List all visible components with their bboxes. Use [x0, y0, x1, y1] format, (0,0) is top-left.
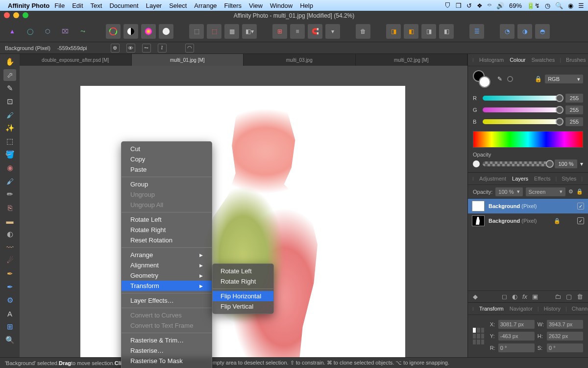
tab-channels[interactable]: Channels	[571, 305, 588, 313]
menu-view[interactable]: View	[249, 2, 263, 9]
snapping-icon[interactable]: 🧲	[308, 24, 322, 39]
wifi-icon[interactable]: ⌔	[488, 2, 491, 9]
erase-brush-tool-icon[interactable]: ✏	[3, 188, 16, 200]
persona-photo-icon[interactable]: ▲	[5, 24, 20, 39]
ctx-lasso-icon[interactable]: ◠	[185, 44, 194, 53]
ctx-copy[interactable]: Copy	[122, 154, 212, 164]
shape-tool-icon[interactable]: ⚙	[3, 294, 16, 306]
ctx-rotate-left[interactable]: Rotate Left	[122, 214, 212, 225]
close-button[interactable]	[4, 12, 10, 18]
tab-swatches[interactable]: Swatches	[531, 56, 556, 64]
pen-tool-icon[interactable]: ✒	[3, 281, 16, 293]
ctx-alignx-icon[interactable]: ⥊	[142, 44, 151, 53]
battery-icon[interactable]: 🔋↯	[527, 2, 540, 9]
colour-dot-icon[interactable]	[507, 76, 513, 82]
tab-navigator[interactable]: Navigator	[509, 305, 534, 313]
text-tool-icon[interactable]: A	[3, 308, 16, 319]
blur-tool-icon[interactable]: 〰	[3, 241, 16, 253]
sponge-tool-icon[interactable]: ▬	[3, 215, 16, 227]
clock-icon[interactable]: ◷	[545, 2, 550, 9]
doc-tab-3[interactable]: multi_03.jpg	[244, 54, 356, 66]
ctx-geometry[interactable]: Geometry	[122, 270, 212, 281]
ctx-ungroup-all[interactable]: Ungroup All	[122, 200, 212, 210]
selection-quick-icon[interactable]: ▦	[224, 24, 239, 39]
hand-tool-icon[interactable]: ✋	[3, 56, 16, 68]
layer-delete-icon[interactable]: 🗑	[577, 293, 583, 300]
tab-colour[interactable]: Colour	[509, 56, 526, 64]
intersect-layer-icon[interactable]: ◓	[535, 24, 550, 39]
move-front-icon[interactable]: ◨	[386, 24, 401, 39]
persona-export-icon[interactable]: ⤳	[75, 24, 90, 39]
eyedropper-icon[interactable]: ✎	[497, 76, 502, 82]
crop-tool-icon[interactable]: ⊡	[3, 96, 16, 107]
selection-marquee-icon[interactable]: ⬚	[189, 24, 204, 39]
layer-add-icon[interactable]: ▢	[566, 293, 572, 300]
menu-file[interactable]: File	[54, 2, 65, 9]
layer-crop-icon[interactable]: ▣	[532, 293, 538, 300]
subtract-layer-icon[interactable]: ◑	[517, 24, 532, 39]
tab-effects[interactable]: Effects	[533, 175, 551, 183]
sub-rotate-right[interactable]: Rotate Right	[213, 276, 273, 287]
box-icon[interactable]: ❒	[456, 2, 462, 9]
tab-history[interactable]: History	[543, 305, 562, 313]
persona-develop-icon[interactable]: ⬡	[40, 24, 55, 39]
app-name[interactable]: Affinity Photo	[8, 2, 49, 9]
snap-dropdown-icon[interactable]: ▾	[325, 24, 340, 39]
inpainting-tool-icon[interactable]: ✒	[3, 268, 16, 280]
field-y[interactable]: -463 px	[498, 332, 535, 341]
zoom-tool-icon[interactable]: 🔍	[3, 334, 16, 346]
align-icon[interactable]: ☰	[469, 24, 484, 39]
add-layer-icon[interactable]: ◔	[500, 24, 514, 39]
ctx-reset-rotation[interactable]: Reset Rotation	[122, 235, 212, 245]
auto-colours-icon[interactable]	[141, 24, 156, 39]
ctx-target-icon[interactable]: ⊕	[111, 44, 120, 53]
layer-fx-icon[interactable]: fx	[522, 293, 527, 300]
lock-icon[interactable]: 🔒	[535, 76, 542, 82]
ctx-eye-icon[interactable]: 👁	[126, 44, 135, 53]
ctx-rasterise-mask[interactable]: Rasterise To Mask	[122, 356, 212, 366]
menu-filters[interactable]: Filters	[224, 2, 242, 9]
ctx-transform[interactable]: Transform	[122, 281, 212, 291]
colour-wells[interactable]	[473, 70, 492, 88]
colour-mode-select[interactable]: RGB▾	[545, 75, 583, 83]
layer-lock-icon[interactable]: 🔒	[576, 188, 583, 195]
menu-layer[interactable]: Layer	[146, 2, 162, 9]
opacity-dropdown-icon[interactable]: ▾	[580, 160, 583, 167]
move-forward-icon[interactable]: ◧	[404, 24, 418, 39]
dodge-tool-icon[interactable]: ◐	[3, 228, 16, 240]
field-x[interactable]: 3081.7 px	[498, 320, 535, 329]
sub-flip-vertical[interactable]: Flip Vertical	[213, 301, 273, 312]
field-s[interactable]: 0 °	[547, 343, 583, 352]
ctx-arrange[interactable]: Arrange	[122, 250, 212, 260]
field-w[interactable]: 3943.7 px	[547, 320, 583, 329]
menu-document[interactable]: Document	[109, 2, 138, 9]
maximize-button[interactable]	[23, 12, 28, 18]
ctx-rasterise[interactable]: Rasterise…	[122, 345, 212, 356]
volume-icon[interactable]: 🔊	[496, 2, 504, 9]
menu-edit[interactable]: Edit	[72, 2, 83, 9]
slider-b[interactable]	[483, 119, 562, 124]
layer-lock-icon[interactable]: 🔒	[554, 218, 561, 224]
layer-mask-icon[interactable]: ◻	[502, 293, 507, 300]
tab-brushes[interactable]: Brushes	[565, 56, 587, 64]
field-r[interactable]: 0 °	[498, 343, 535, 352]
spotlight-icon[interactable]: 🔍	[555, 2, 563, 9]
crop-icon[interactable]: ◧▾	[242, 24, 257, 39]
menu-select[interactable]: Select	[169, 2, 187, 9]
ctx-convert-text[interactable]: Convert to Text Frame	[122, 320, 212, 331]
timemachine-icon[interactable]: ↺	[466, 2, 472, 9]
value-r[interactable]: 255	[565, 94, 583, 103]
value-g[interactable]: 255	[565, 105, 583, 114]
spectrum-picker[interactable]	[473, 131, 583, 148]
gradient-tool-icon[interactable]: ◉	[3, 162, 16, 174]
opacity-value[interactable]: 100 %	[555, 159, 577, 168]
mesh-tool-icon[interactable]: ⊞	[3, 321, 16, 333]
selection-refine-icon[interactable]: ⬚	[207, 24, 221, 39]
flood-fill-tool-icon[interactable]: 🪣	[3, 149, 16, 160]
layer-visible-checkbox[interactable]: ✓	[577, 203, 584, 210]
value-b[interactable]: 255	[565, 117, 583, 126]
persona-liquify-icon[interactable]: ◯	[23, 24, 37, 39]
field-h[interactable]: 2632 px	[547, 332, 583, 341]
ctx-alignment[interactable]: Alignment	[122, 260, 212, 270]
ctx-layer-effects[interactable]: Layer Effects…	[122, 295, 212, 306]
